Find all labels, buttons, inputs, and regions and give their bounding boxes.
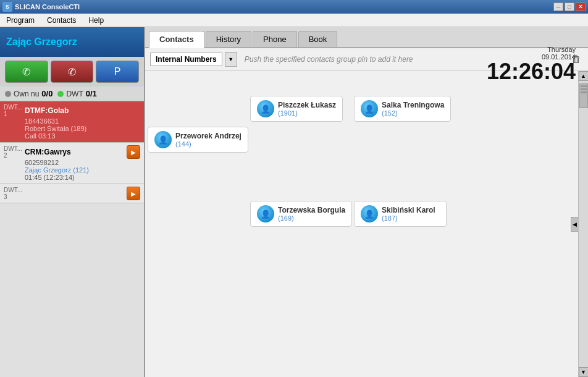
app-title: SLICAN ConsoleCTI (15, 3, 80, 11)
call-id-2: DWT...2 (4, 145, 22, 159)
scrollbar: ▲ ▼ (578, 71, 588, 377)
contact-info-3: Torzewska Borgula (169) (278, 206, 345, 222)
call-sub1-1: Robert Świtała (189) (4, 125, 140, 132)
hangup-button[interactable]: ✆ (51, 61, 94, 83)
contact-avatar-3: 👤 (257, 205, 274, 222)
contact-info-1: Salka Treningowa (152) (382, 101, 444, 117)
call-id-1: DWT...1 (4, 104, 22, 117)
contact-name-3: Torzewska Borgula (278, 206, 345, 214)
scroll-grip (581, 88, 587, 90)
park-button[interactable]: P (96, 61, 139, 83)
menu-contacts[interactable]: Contacts (43, 15, 80, 26)
contact-card-0[interactable]: 👤 Piszczek Łukasz (1901) (250, 96, 343, 122)
call-play-3[interactable]: ▶ (127, 187, 140, 200)
contact-num-2: (144) (175, 140, 242, 148)
menubar: Program Contacts Help (0, 14, 588, 27)
tab-contacts[interactable]: Contacts (149, 31, 204, 48)
titlebar: S SLICAN ConsoleCTI ─ □ ✕ (0, 0, 588, 14)
contact-card-3[interactable]: 👤 Torzewska Borgula (169) (250, 201, 352, 227)
contact-name-1: Salka Treningowa (382, 101, 444, 109)
minimize-button[interactable]: ─ (553, 2, 563, 11)
right-panel: Thursday 09.01.2014 12:26:04 Contacts Hi… (145, 27, 588, 377)
call-title-2: CRM:Gawrys (25, 148, 71, 156)
action-buttons: ✆ ✆ P (0, 57, 144, 87)
call-item-3[interactable]: DWT...3 ▶ (0, 184, 144, 203)
call-button[interactable]: ✆ (5, 61, 48, 83)
group-dropdown[interactable]: ▼ (225, 52, 237, 67)
menu-program[interactable]: Program (2, 15, 38, 26)
call-phone-1: 184436631 (4, 117, 140, 125)
call-item-2[interactable]: DWT...2 CRM:Gawrys ▶ 602598212 Zając Grz… (0, 143, 144, 184)
call-phone-2: 602598212 (4, 159, 140, 166)
titlebar-buttons: ─ □ ✕ (553, 2, 586, 11)
tab-phone[interactable]: Phone (253, 31, 297, 47)
call-sub2-2: 01:45 (12:23:14) (4, 174, 140, 181)
tab-history[interactable]: History (206, 31, 251, 47)
left-panel: Zając Grzegorz ✆ ✆ P Own nu 0/0 DWT 0/1 (0, 27, 145, 377)
call-play-2[interactable]: ▶ (127, 145, 140, 159)
contact-avatar-0: 👤 (257, 100, 274, 117)
own-label: Own nu (14, 90, 39, 98)
call-item-1[interactable]: DWT...1 DTMF:Golab 184436631 Robert Świt… (0, 101, 144, 143)
contact-name-0: Piszczek Łukasz (278, 101, 336, 109)
dwt-label: DWT (66, 90, 83, 98)
call-list: DWT...1 DTMF:Golab 184436631 Robert Świt… (0, 101, 144, 377)
active-contact-name: Zając Grzegorz (6, 36, 77, 48)
contact-avatar-1: 👤 (361, 100, 378, 117)
contact-avatar-4: 👤 (361, 205, 378, 222)
own-status-dot (5, 91, 11, 97)
contact-num-3: (169) (278, 214, 345, 222)
menu-help[interactable]: Help (85, 15, 107, 26)
contact-info-0: Piszczek Łukasz (1901) (278, 101, 336, 117)
counters-bar: Own nu 0/0 DWT 0/1 (0, 87, 144, 101)
scroll-up-button[interactable]: ▲ (579, 71, 589, 81)
call-title-1: DTMF:Golab (25, 106, 69, 115)
contact-name-header: Zając Grzegorz (0, 27, 144, 57)
call-id-3: DWT...3 (4, 187, 22, 200)
dwt-value: 0/1 (86, 89, 97, 98)
contact-card-1[interactable]: 👤 Salka Treningowa (152) (354, 96, 451, 122)
own-counter: Own nu 0/0 (5, 89, 52, 98)
contact-num-1: (152) (382, 109, 444, 117)
scroll-down-button[interactable]: ▼ (579, 367, 589, 377)
scroll-grip (581, 91, 587, 93)
contact-info-2: Przeworek Andrzej (144) (175, 132, 242, 148)
side-expand-arrow[interactable]: ◀ (571, 217, 578, 232)
contact-info-4: Skibiński Karol (187) (382, 206, 435, 222)
contact-num-4: (187) (382, 214, 435, 222)
close-button[interactable]: ✕ (576, 2, 586, 11)
own-value: 0/0 (41, 89, 52, 98)
main-area: Zając Grzegorz ✆ ✆ P Own nu 0/0 DWT 0/1 (0, 27, 588, 377)
app-icon: S (2, 2, 12, 12)
contact-name-4: Skibiński Karol (382, 206, 435, 214)
call-sub1-2: Zając Grzegorz (121) (4, 166, 140, 174)
scroll-grip (581, 85, 587, 87)
contact-card-4[interactable]: 👤 Skibiński Karol (187) (354, 201, 447, 227)
tab-book[interactable]: Book (298, 31, 338, 47)
dwt-status-dot (57, 91, 64, 97)
call-sub2-1: Call 03:13 (4, 132, 140, 140)
contact-avatar-2: 👤 (154, 131, 172, 148)
titlebar-left: S SLICAN ConsoleCTI (2, 2, 80, 12)
contact-card-2[interactable]: 👤 Przeworek Andrzej (144) (148, 127, 248, 153)
contact-name-2: Przeworek Andrzej (175, 132, 242, 140)
contacts-area: 👤 Piszczek Łukasz (1901) 👤 Salka Trening… (145, 71, 588, 377)
dwt-counter: DWT 0/1 (57, 89, 96, 98)
scroll-handle[interactable] (579, 83, 588, 108)
contact-num-0: (1901) (278, 109, 336, 117)
tab-bar: Contacts History Phone Book (145, 27, 588, 48)
restore-button[interactable]: □ (565, 2, 574, 11)
group-button[interactable]: Internal Numbers (150, 53, 222, 66)
